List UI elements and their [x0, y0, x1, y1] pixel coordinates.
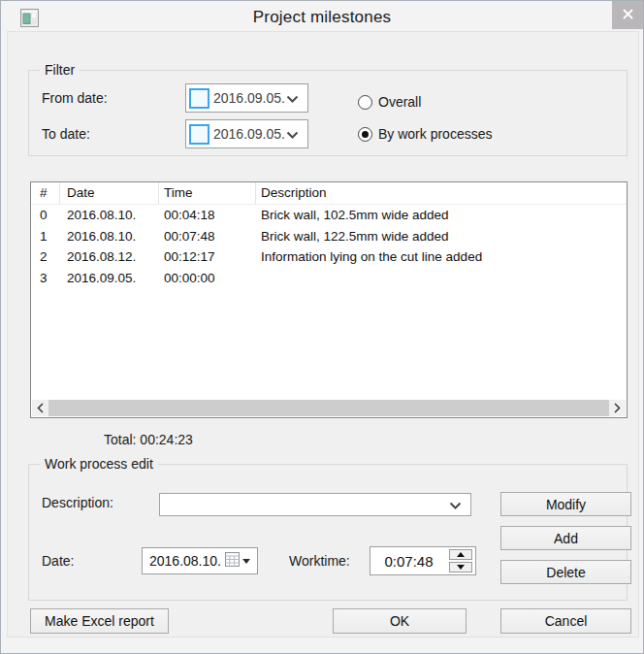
radio-by-work-label: By work processes — [378, 126, 492, 142]
table-row[interactable]: 0 2016.08.10. 00:04:18 Brick wall, 102.5… — [31, 205, 627, 226]
edit-date-picker[interactable]: 2016.08.10. — [142, 547, 258, 574]
table-row[interactable]: 3 2016.09.05. 00:00:00 — [31, 268, 627, 289]
calendar-icon — [225, 552, 240, 571]
dropdown-arrow-icon[interactable] — [242, 559, 250, 564]
from-date-label: From date: — [42, 90, 108, 106]
to-date-value: 2016.09.05. — [213, 126, 286, 142]
spin-down-icon — [457, 565, 465, 570]
from-date-picker[interactable]: 2016.09.05. — [185, 83, 308, 113]
column-header-description[interactable]: Description — [256, 182, 627, 204]
table-body: 0 2016.08.10. 00:04:18 Brick wall, 102.5… — [31, 205, 627, 288]
ok-button[interactable]: OK — [333, 608, 467, 634]
scroll-left-icon[interactable] — [32, 400, 48, 416]
delete-button[interactable]: Delete — [500, 560, 631, 584]
chevron-down-icon — [449, 496, 462, 513]
spinner-buttons — [449, 549, 472, 572]
to-date-checkbox[interactable] — [189, 124, 209, 145]
radio-selected-icon — [358, 127, 372, 142]
titlebar[interactable]: Project milestones — [1, 1, 643, 31]
worktime-value: 0:07:48 — [370, 553, 449, 570]
close-icon — [623, 8, 633, 22]
worktime-label: Worktime: — [289, 553, 350, 569]
table-row[interactable]: 1 2016.08.10. 00:07:48 Brick wall, 122.5… — [31, 226, 627, 247]
worktime-spinner[interactable]: 0:07:48 — [370, 546, 476, 575]
table-header-row: # Date Time Description — [31, 182, 627, 205]
filter-groupbox: Filter — [28, 70, 628, 156]
dialog-title: Project milestones — [1, 8, 643, 27]
from-date-value: 2016.09.05. — [213, 90, 286, 106]
spin-up-icon — [457, 552, 465, 557]
close-button[interactable] — [612, 1, 643, 29]
table-row[interactable]: 2 2016.08.12. 00:12:17 Information lying… — [31, 246, 627, 268]
chevron-down-icon — [286, 89, 299, 107]
add-button[interactable]: Add — [500, 526, 631, 550]
chevron-down-icon — [286, 125, 299, 143]
radio-overall-label: Overall — [378, 94, 421, 110]
from-date-checkbox[interactable] — [189, 88, 209, 109]
horizontal-scrollbar[interactable] — [32, 400, 626, 416]
description-label: Description: — [42, 495, 113, 510]
spin-up-button[interactable] — [449, 549, 472, 560]
milestones-table: # Date Time Description 0 2016.08.10. 00… — [30, 181, 628, 418]
edit-date-value: 2016.08.10. — [143, 553, 225, 569]
scroll-right-icon[interactable] — [609, 400, 626, 416]
spin-down-button[interactable] — [449, 562, 472, 572]
description-combobox[interactable] — [159, 493, 471, 516]
modify-button[interactable]: Modify — [500, 492, 631, 516]
project-milestones-dialog: Project milestones Filter From date: 201… — [0, 0, 644, 654]
date-label: Date: — [42, 553, 74, 569]
make-excel-report-button[interactable]: Make Excel report — [30, 608, 169, 634]
work-process-edit-legend: Work process edit — [40, 456, 158, 473]
radio-icon — [358, 95, 372, 110]
cancel-button[interactable]: Cancel — [500, 608, 631, 634]
radio-by-work-processes[interactable]: By work processes — [358, 126, 492, 142]
to-date-picker[interactable]: 2016.09.05. — [185, 119, 308, 148]
column-header-date[interactable]: Date — [60, 182, 159, 204]
total-worktime-label: Total: 00:24:23 — [104, 432, 193, 447]
filter-legend: Filter — [40, 62, 80, 79]
radio-overall[interactable]: Overall — [358, 94, 421, 110]
to-date-label: To date: — [42, 126, 90, 142]
scrollbar-thumb[interactable] — [48, 400, 609, 416]
column-header-time[interactable]: Time — [159, 182, 256, 204]
column-header-index[interactable]: # — [31, 182, 60, 204]
